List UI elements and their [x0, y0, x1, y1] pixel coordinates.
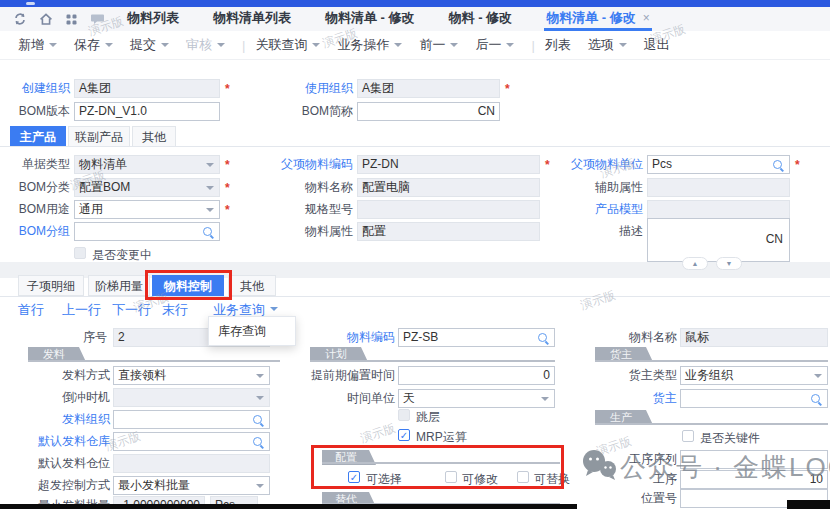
- menu-item-inventory-query[interactable]: 库存查询: [209, 317, 295, 345]
- description-textarea[interactable]: CN: [647, 218, 790, 262]
- options-button[interactable]: 选项: [588, 36, 627, 54]
- product-model-label[interactable]: 产品模型: [553, 200, 643, 219]
- tab-material-edit[interactable]: 物料 - 修改: [447, 7, 515, 31]
- parent-unit-lookup[interactable]: Pcs: [647, 155, 790, 174]
- button-label: 业务操作: [337, 36, 389, 54]
- previous-button[interactable]: 前一: [419, 36, 458, 54]
- button-label: 列表: [545, 36, 571, 54]
- next-row-link[interactable]: 下一行: [112, 301, 151, 319]
- parent-unit-label[interactable]: 父项物料单位: [553, 155, 643, 174]
- collapse-up-button[interactable]: ▲: [682, 257, 708, 270]
- tab-bom-edit-1[interactable]: 物料清单 - 修改: [323, 7, 417, 31]
- search-icon[interactable]: [253, 415, 262, 424]
- aux-attr-field[interactable]: [647, 178, 790, 197]
- material-name-field[interactable]: 配置电脑: [357, 178, 540, 197]
- tab-child-detail[interactable]: 子项明细: [18, 275, 84, 296]
- bom-group-label[interactable]: BOM分组: [0, 222, 70, 241]
- apps-icon[interactable]: [65, 13, 78, 26]
- first-row-link[interactable]: 首行: [18, 301, 44, 319]
- lead-offset-input[interactable]: 0: [398, 366, 555, 385]
- caret-down-icon: [394, 43, 402, 47]
- op-sequence-input[interactable]: [680, 450, 828, 469]
- bom-abbr-input[interactable]: CN: [357, 102, 500, 121]
- bom-version-label: BOM版本: [0, 102, 70, 121]
- doc-type-select[interactable]: 物料清单: [74, 155, 220, 174]
- key-part-checkbox[interactable]: [682, 430, 694, 442]
- owner-lookup[interactable]: [680, 389, 828, 408]
- tab-co-products[interactable]: 联副产品: [68, 126, 130, 147]
- field-value: 通用: [79, 201, 215, 218]
- search-icon[interactable]: [538, 333, 547, 342]
- default-warehouse-label[interactable]: 默认发料仓库: [30, 432, 110, 451]
- field-value: PZ-DN_V1.0: [79, 103, 215, 120]
- changing-checkbox[interactable]: [74, 247, 86, 259]
- item-code-label[interactable]: 物料编码: [305, 328, 395, 347]
- collapse-down-button[interactable]: ▼: [716, 257, 742, 270]
- search-icon[interactable]: [773, 160, 782, 169]
- chat-icon[interactable]: [90, 12, 105, 26]
- related-query-button[interactable]: 关联查询: [255, 36, 320, 54]
- sync-icon[interactable]: [13, 12, 27, 26]
- tab-main-product[interactable]: 主产品: [10, 126, 66, 147]
- toolbar-separator: |: [531, 38, 534, 53]
- tab-material-list[interactable]: 物料列表: [125, 7, 181, 31]
- time-unit-select[interactable]: 天: [398, 389, 555, 408]
- search-icon[interactable]: [253, 437, 262, 446]
- modifiable-checkbox[interactable]: [445, 471, 457, 483]
- tab-other-lower[interactable]: 其他: [228, 275, 276, 296]
- supply-mode-select[interactable]: 直接领料: [113, 366, 270, 385]
- field-value: 天: [403, 390, 550, 407]
- new-button[interactable]: 新增: [18, 36, 57, 54]
- item-code-lookup[interactable]: PZ-SB: [398, 328, 555, 347]
- operation-input[interactable]: 10: [680, 470, 828, 489]
- search-icon[interactable]: [203, 227, 212, 236]
- parent-code-label[interactable]: 父项物料编码: [263, 155, 353, 174]
- tab-other-upper[interactable]: 其他: [132, 126, 176, 147]
- caret-down-icon: [619, 43, 627, 47]
- biz-operation-button[interactable]: 业务操作: [337, 36, 402, 54]
- exit-button[interactable]: 退出: [644, 36, 670, 54]
- over-issue-ctrl-select[interactable]: 最小发料批量: [113, 476, 270, 495]
- backflush-select: [113, 388, 270, 407]
- bom-class-label: BOM分类: [0, 178, 70, 197]
- tab-material-control[interactable]: 物料控制: [152, 275, 224, 296]
- last-row-link[interactable]: 末行: [162, 301, 188, 319]
- prev-row-link[interactable]: 上一行: [62, 301, 101, 319]
- parent-code-field[interactable]: PZ-DN: [357, 155, 540, 174]
- skip-level-checkbox[interactable]: [398, 409, 410, 421]
- material-name-label: 物料名称: [263, 178, 353, 197]
- item-name-field[interactable]: 鼠标: [680, 328, 828, 347]
- use-org-label[interactable]: 使用组织: [283, 79, 353, 98]
- caret-down-icon[interactable]: [270, 307, 278, 311]
- tab-step-usage[interactable]: 阶梯用量: [88, 275, 150, 296]
- bom-usage-select[interactable]: 通用: [74, 200, 220, 219]
- bom-group-lookup[interactable]: [74, 222, 220, 241]
- next-button[interactable]: 后一: [475, 36, 514, 54]
- tab-bom-list[interactable]: 物料清单列表: [211, 7, 293, 31]
- product-model-field[interactable]: [647, 200, 790, 219]
- replaceable-checkbox[interactable]: [517, 471, 529, 483]
- issue-org-label[interactable]: 发料组织: [30, 410, 110, 429]
- required-mark: *: [225, 203, 230, 217]
- use-org-field[interactable]: A集团: [357, 79, 500, 98]
- doc-type-label: 单据类型: [0, 155, 70, 174]
- list-button[interactable]: 列表: [545, 36, 571, 54]
- bom-version-input[interactable]: PZ-DN_V1.0: [74, 102, 220, 121]
- home-icon[interactable]: [39, 12, 53, 26]
- create-org-label[interactable]: 创建组织: [0, 79, 70, 98]
- issue-org-lookup[interactable]: [113, 410, 270, 429]
- tab-bom-edit-active[interactable]: 物料清单 - 修改×: [544, 7, 652, 31]
- bom-class-select[interactable]: 配置BOM: [74, 178, 220, 197]
- default-warehouse-lookup[interactable]: [113, 432, 270, 451]
- spec-model-field[interactable]: [357, 200, 540, 219]
- material-attr-field[interactable]: 配置: [357, 222, 540, 241]
- submit-button[interactable]: 提交: [130, 36, 169, 54]
- create-org-field[interactable]: A集团: [74, 79, 220, 98]
- mrp-checkbox[interactable]: ✓: [398, 429, 410, 441]
- owner-type-select[interactable]: 业务组织: [680, 366, 828, 385]
- owner-label[interactable]: 货主: [577, 389, 677, 408]
- close-icon[interactable]: ×: [643, 11, 650, 25]
- save-button[interactable]: 保存: [74, 36, 113, 54]
- selectable-checkbox[interactable]: ✓: [348, 471, 360, 483]
- search-icon[interactable]: [811, 394, 820, 403]
